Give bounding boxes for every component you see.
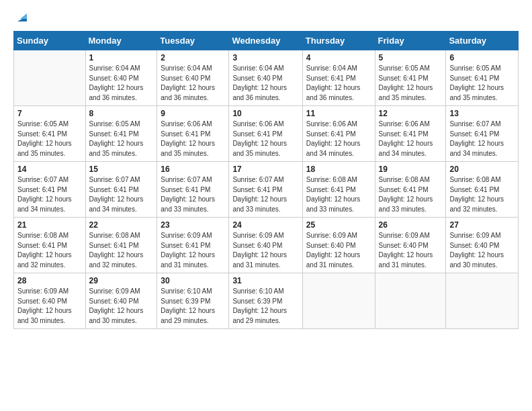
daylight-text-2: and 30 minutes. [449,261,515,271]
calendar-cell [302,273,375,329]
daylight-text-1: Daylight: 12 hours [17,139,82,149]
daylight-text-2: and 34 minutes. [306,149,371,159]
daylight-text-2: and 31 minutes. [306,261,371,271]
day-info: Sunrise: 6:07 AMSunset: 6:41 PMDaylight:… [89,175,154,214]
day-number: 11 [306,109,371,118]
calendar-cell: 29Sunrise: 6:09 AMSunset: 6:40 PMDayligh… [85,273,157,329]
sunrise-text: Sunrise: 6:07 AM [161,175,225,185]
daylight-text-1: Daylight: 12 hours [379,250,443,261]
svg-marker-1 [20,13,27,19]
sunrise-text: Sunrise: 6:05 AM [449,64,515,74]
day-info: Sunrise: 6:05 AMSunset: 6:41 PMDaylight:… [89,120,154,158]
day-info: Sunrise: 6:06 AMSunset: 6:41 PMDaylight:… [161,120,225,158]
sunrise-text: Sunrise: 6:05 AM [17,120,82,130]
day-number: 10 [232,109,298,118]
daylight-text-1: Daylight: 12 hours [89,306,154,316]
day-info: Sunrise: 6:07 AMSunset: 6:41 PMDaylight:… [17,175,82,214]
day-number: 1 [89,53,154,62]
daylight-text-2: and 32 minutes. [449,205,515,215]
daylight-text-2: and 35 minutes. [449,93,515,103]
day-info: Sunrise: 6:10 AMSunset: 6:39 PMDaylight:… [161,287,225,326]
day-number: 18 [306,165,371,174]
day-number: 31 [232,276,298,285]
calendar-week-3: 14Sunrise: 6:07 AMSunset: 6:41 PMDayligh… [14,162,519,218]
calendar-week-1: 1Sunrise: 6:04 AMSunset: 6:40 PMDaylight… [14,50,519,106]
sunset-text: Sunset: 6:41 PM [306,74,371,84]
daylight-text-2: and 34 minutes. [17,205,82,215]
day-info: Sunrise: 6:09 AMSunset: 6:41 PMDaylight:… [161,231,225,270]
calendar-cell: 23Sunrise: 6:09 AMSunset: 6:41 PMDayligh… [157,218,229,273]
day-number: 6 [449,53,515,62]
day-number: 24 [232,220,298,230]
day-number: 15 [89,165,154,174]
day-number: 7 [17,109,82,118]
daylight-text-2: and 32 minutes. [17,261,82,271]
day-info: Sunrise: 6:09 AMSunset: 6:40 PMDaylight:… [306,231,371,270]
sunrise-text: Sunrise: 6:10 AM [161,287,225,297]
day-info: Sunrise: 6:09 AMSunset: 6:40 PMDaylight:… [17,287,82,326]
sunrise-text: Sunrise: 6:05 AM [89,120,154,130]
daylight-text-1: Daylight: 12 hours [379,139,443,149]
calendar-cell: 5Sunrise: 6:05 AMSunset: 6:41 PMDaylight… [375,50,446,106]
calendar-cell: 16Sunrise: 6:07 AMSunset: 6:41 PMDayligh… [157,162,229,218]
day-number: 2 [161,53,225,62]
daylight-text-1: Daylight: 12 hours [17,306,82,316]
daylight-text-1: Daylight: 12 hours [89,83,154,93]
sunset-text: Sunset: 6:40 PM [17,297,82,307]
day-info: Sunrise: 6:09 AMSunset: 6:40 PMDaylight:… [89,287,154,326]
sunrise-text: Sunrise: 6:08 AM [379,175,443,185]
daylight-text-1: Daylight: 12 hours [379,83,443,93]
sunrise-text: Sunrise: 6:10 AM [232,287,298,297]
day-info: Sunrise: 6:08 AMSunset: 6:41 PMDaylight:… [89,231,154,270]
calendar-week-5: 28Sunrise: 6:09 AMSunset: 6:40 PMDayligh… [14,273,519,329]
day-of-week-wednesday: Wednesday [229,32,302,50]
sunrise-text: Sunrise: 6:09 AM [379,231,443,241]
day-info: Sunrise: 6:07 AMSunset: 6:41 PMDaylight:… [449,120,515,158]
daylight-text-1: Daylight: 12 hours [89,195,154,205]
calendar-cell: 1Sunrise: 6:04 AMSunset: 6:40 PMDaylight… [85,50,157,106]
daylight-text-1: Daylight: 12 hours [17,250,82,261]
calendar-cell: 24Sunrise: 6:09 AMSunset: 6:40 PMDayligh… [229,218,302,273]
day-number: 28 [17,276,82,285]
day-info: Sunrise: 6:09 AMSunset: 6:40 PMDaylight:… [379,231,443,270]
day-number: 27 [449,220,515,230]
calendar-cell: 15Sunrise: 6:07 AMSunset: 6:41 PMDayligh… [85,162,157,218]
calendar-cell: 11Sunrise: 6:06 AMSunset: 6:41 PMDayligh… [302,106,375,162]
day-info: Sunrise: 6:04 AMSunset: 6:40 PMDaylight:… [232,64,298,103]
daylight-text-2: and 30 minutes. [89,316,154,326]
day-info: Sunrise: 6:09 AMSunset: 6:40 PMDaylight:… [449,231,515,270]
daylight-text-1: Daylight: 12 hours [306,195,371,205]
daylight-text-1: Daylight: 12 hours [161,306,225,316]
day-info: Sunrise: 6:08 AMSunset: 6:41 PMDaylight:… [306,175,371,214]
daylight-text-2: and 35 minutes. [89,149,154,159]
sunset-text: Sunset: 6:41 PM [379,185,443,195]
day-number: 8 [89,109,154,118]
calendar-cell: 4Sunrise: 6:04 AMSunset: 6:41 PMDaylight… [302,50,375,106]
day-number: 20 [449,165,515,174]
calendar-cell: 21Sunrise: 6:08 AMSunset: 6:41 PMDayligh… [14,218,86,273]
day-info: Sunrise: 6:10 AMSunset: 6:39 PMDaylight:… [232,287,298,326]
daylight-text-2: and 34 minutes. [379,149,443,159]
daylight-text-2: and 36 minutes. [232,93,298,103]
day-number: 5 [379,53,443,62]
daylight-text-1: Daylight: 12 hours [379,195,443,205]
calendar-header-row: SundayMondayTuesdayWednesdayThursdayFrid… [14,32,519,50]
sunset-text: Sunset: 6:40 PM [379,241,443,251]
sunset-text: Sunset: 6:41 PM [449,185,515,195]
day-number: 17 [232,165,298,174]
sunrise-text: Sunrise: 6:08 AM [449,175,515,185]
sunset-text: Sunset: 6:41 PM [306,185,371,195]
day-of-week-thursday: Thursday [302,32,375,50]
calendar-cell: 20Sunrise: 6:08 AMSunset: 6:41 PMDayligh… [446,162,519,218]
calendar-cell: 27Sunrise: 6:09 AMSunset: 6:40 PMDayligh… [446,218,519,273]
sunset-text: Sunset: 6:41 PM [89,241,154,251]
sunset-text: Sunset: 6:41 PM [161,241,225,251]
sunset-text: Sunset: 6:41 PM [161,130,225,140]
day-number: 23 [161,220,225,230]
daylight-text-2: and 34 minutes. [449,149,515,159]
daylight-text-1: Daylight: 12 hours [306,139,371,149]
sunrise-text: Sunrise: 6:09 AM [232,231,298,241]
calendar-cell: 31Sunrise: 6:10 AMSunset: 6:39 PMDayligh… [229,273,302,329]
sunset-text: Sunset: 6:41 PM [17,185,82,195]
sunset-text: Sunset: 6:39 PM [232,297,298,307]
